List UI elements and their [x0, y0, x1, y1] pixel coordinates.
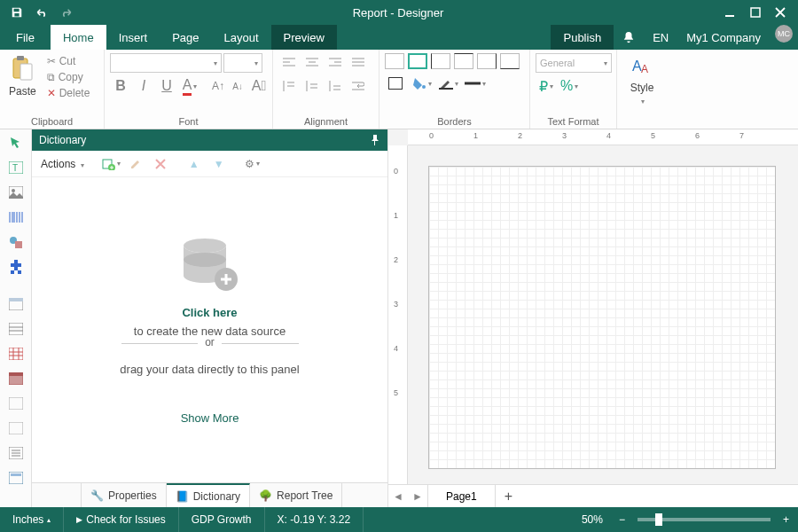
svg-rect-23 [9, 422, 23, 434]
actions-dropdown[interactable]: Actions ▾ [37, 156, 88, 172]
check-issues-button[interactable]: ▶ Check for Issues [64, 507, 178, 532]
align-justify-button[interactable] [348, 53, 369, 73]
style-button[interactable]: AA Style ▾ [627, 53, 658, 107]
svg-rect-15 [15, 241, 22, 248]
tab-file[interactable]: File [0, 25, 51, 50]
border-style-button[interactable]: ▾ [465, 74, 486, 93]
tool-image-icon[interactable] [5, 183, 27, 202]
tab-dictionary[interactable]: 📘Dictionary [167, 483, 250, 507]
show-more-link[interactable]: Show More [181, 411, 239, 425]
align-center-button[interactable] [301, 53, 323, 73]
tool-blank-icon[interactable] [5, 394, 27, 413]
zoom-value[interactable]: 50% [569, 507, 615, 532]
avatar[interactable]: MC [775, 25, 793, 43]
paste-button[interactable]: Paste [5, 53, 40, 99]
border-outside-button[interactable] [385, 74, 406, 93]
close-button[interactable] [770, 2, 791, 23]
tab-preview[interactable]: Preview [271, 25, 337, 50]
move-down-icon[interactable]: ▼ [208, 154, 230, 174]
font-size-combo[interactable]: ▾ [223, 53, 262, 73]
wrap-text-button[interactable] [348, 76, 369, 96]
tool-form-icon[interactable] [5, 468, 27, 488]
zoom-out-button[interactable]: − [615, 513, 629, 526]
align-left-button[interactable] [278, 53, 300, 73]
panel-toolbar: Actions ▾ ▾ ▲ ▼ ⚙▾ [32, 151, 387, 177]
cut-button[interactable]: ✂Cut [43, 53, 94, 69]
page-tab-1[interactable]: Page1 [427, 485, 496, 507]
report-page[interactable] [429, 167, 775, 468]
bold-button[interactable]: B [110, 76, 131, 96]
tab-page[interactable]: Page [160, 25, 211, 50]
language-selector[interactable]: EN [644, 25, 677, 50]
zoom-slider[interactable] [638, 518, 771, 521]
move-up-icon[interactable]: ▲ [184, 154, 205, 174]
delete-button[interactable]: ✕Delete [43, 85, 94, 101]
currency-button[interactable]: ₽▾ [536, 76, 557, 96]
units-selector[interactable]: Inches ▴ [0, 507, 64, 532]
zoom-in-button[interactable]: + [779, 513, 798, 526]
tool-pointer-icon[interactable] [5, 133, 27, 153]
click-here-link[interactable]: Click here [182, 306, 237, 319]
vertical-ruler[interactable]: 0 1 2 3 4 5 [388, 145, 408, 484]
scissors-icon: ✂ [47, 55, 56, 67]
underline-button[interactable]: U [156, 76, 177, 96]
border-bottom[interactable] [500, 53, 520, 69]
page-prev-button[interactable]: ◄ [388, 490, 408, 503]
tool-list-icon[interactable] [5, 443, 27, 463]
number-format-combo[interactable]: General▾ [536, 53, 612, 73]
tool-cross-icon[interactable] [5, 369, 27, 388]
new-item-icon[interactable]: ▾ [100, 154, 121, 174]
page-area[interactable] [408, 145, 798, 484]
align-top-button[interactable] [278, 76, 300, 96]
shrink-font-button[interactable]: A↓ [229, 76, 246, 96]
fill-color-button[interactable]: ▾ [411, 74, 433, 93]
tool-databand-icon[interactable] [5, 319, 27, 339]
tab-home[interactable]: Home [51, 25, 106, 50]
tool-blank2-icon[interactable] [5, 419, 27, 438]
tab-report-tree[interactable]: 🌳Report Tree [250, 483, 342, 507]
tool-barcode-icon[interactable] [5, 207, 27, 227]
align-middle-button[interactable] [301, 76, 323, 96]
copy-button[interactable]: ⧉Copy [43, 69, 94, 85]
notifications-icon[interactable] [614, 25, 644, 50]
italic-button[interactable]: I [133, 76, 154, 96]
minimize-button[interactable] [720, 2, 741, 23]
company-name[interactable]: My1 Company [677, 25, 770, 50]
redo-icon[interactable] [57, 3, 76, 22]
border-right[interactable] [477, 53, 497, 69]
undo-icon[interactable] [32, 3, 51, 22]
edit-icon[interactable] [125, 154, 146, 174]
remove-icon[interactable] [150, 154, 171, 174]
svg-rect-22 [9, 397, 23, 410]
publish-button[interactable]: Publish [551, 25, 614, 50]
tool-component-icon[interactable] [5, 257, 27, 277]
border-top[interactable] [454, 53, 473, 69]
tool-shape-icon[interactable] [5, 232, 27, 252]
border-left[interactable] [431, 53, 450, 69]
add-page-button[interactable]: + [496, 489, 521, 505]
tool-text-icon[interactable]: T [5, 158, 27, 177]
tool-table-icon[interactable] [5, 344, 27, 364]
tab-layout[interactable]: Layout [212, 25, 271, 50]
pin-icon[interactable] [370, 135, 380, 145]
clear-format-button[interactable]: Aͯ [248, 76, 270, 96]
save-icon[interactable] [7, 3, 27, 22]
percent-button[interactable]: %▾ [559, 76, 580, 96]
maximize-button[interactable] [745, 2, 766, 23]
font-color-button[interactable]: A▾ [179, 76, 200, 96]
font-family-combo[interactable]: ▾ [110, 53, 222, 73]
settings-icon[interactable]: ⚙▾ [242, 154, 263, 174]
align-right-button[interactable] [325, 53, 346, 73]
border-all[interactable] [385, 53, 404, 69]
grow-font-button[interactable]: A↑ [209, 76, 227, 96]
tool-panel-icon[interactable] [5, 294, 27, 314]
align-bottom-button[interactable] [325, 76, 346, 96]
horizontal-ruler[interactable]: 0 1 2 3 4 5 6 7 [408, 129, 798, 145]
border-color-button[interactable]: ▾ [438, 74, 459, 93]
tab-properties[interactable]: 🔧Properties [82, 483, 167, 507]
border-none[interactable] [408, 53, 427, 69]
hint-or: or [198, 336, 222, 348]
coordinates: X: -0.19 Y: 3.22 [265, 507, 364, 532]
tab-insert[interactable]: Insert [106, 25, 160, 50]
page-next-button[interactable]: ► [408, 490, 427, 503]
